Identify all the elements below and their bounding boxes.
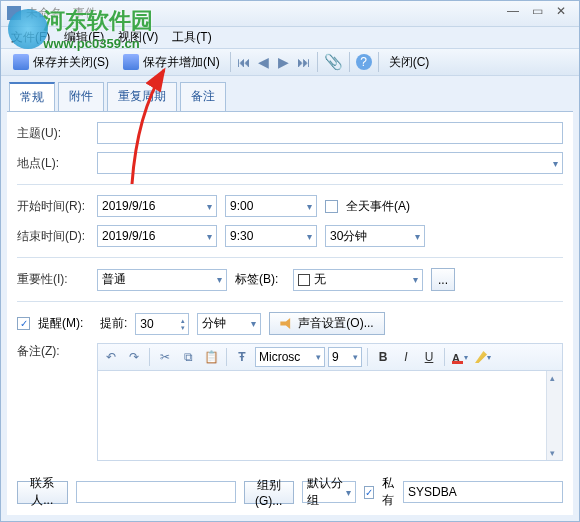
save-icon [123,54,139,70]
contact-button[interactable]: 联系人... [17,481,68,504]
window-title: 未命名 - 事件 [26,5,97,22]
importance-label: 重要性(I): [17,271,89,288]
minimize-button[interactable]: ― [501,4,525,22]
speaker-icon [280,317,294,331]
titlebar: 未命名 - 事件 ― ▭ ✕ [1,1,579,27]
importance-combo[interactable]: 普通 [97,269,227,291]
cut-icon[interactable]: ✂ [155,347,175,367]
font-size-combo[interactable]: 9 [328,347,362,367]
group-combo[interactable]: 默认分组 [302,481,356,503]
start-label: 开始时间(R): [17,198,89,215]
tag-label: 标签(B): [235,271,285,288]
allday-label: 全天事件(A) [346,198,410,215]
paste-icon[interactable]: 📋 [201,347,221,367]
italic-button[interactable]: I [396,347,416,367]
location-combo[interactable] [97,152,563,174]
close-window-button[interactable]: ✕ [549,4,573,22]
private-label: 私有 [382,475,395,509]
footer-row: 联系人... 组别(G)... 默认分组 ✓ 私有 [17,469,563,509]
tag-swatch-icon [298,274,310,286]
font-family-combo[interactable]: Microsc [255,347,325,367]
end-label: 结束时间(D): [17,228,89,245]
menu-view[interactable]: 视图(V) [118,29,158,46]
highlight-button[interactable]: ▾ [473,347,493,367]
tab-general[interactable]: 常规 [9,82,55,111]
copy-icon[interactable]: ⧉ [178,347,198,367]
tab-recurrence[interactable]: 重复周期 [107,82,177,111]
tab-notes[interactable]: 备注 [180,82,226,111]
subject-input[interactable] [97,122,563,144]
attachment-icon[interactable]: 📎 [324,53,343,71]
underline-button[interactable]: U [419,347,439,367]
redo-icon[interactable]: ↷ [124,347,144,367]
close-button[interactable]: 关闭(C) [385,52,434,73]
menu-file[interactable]: 文件(F) [11,29,50,46]
duration-combo[interactable]: 30分钟 [325,225,425,247]
start-time-picker[interactable]: 9:00 [225,195,317,217]
scrollbar-vertical[interactable] [546,371,562,460]
private-checkbox[interactable]: ✓ [364,486,374,499]
before-label: 提前: [100,315,127,332]
maximize-button[interactable]: ▭ [525,4,549,22]
tag-more-button[interactable]: ... [431,268,455,291]
app-icon [7,6,21,20]
bold-button[interactable]: B [373,347,393,367]
end-time-picker[interactable]: 9:30 [225,225,317,247]
end-date-picker[interactable]: 2019/9/16 [97,225,217,247]
save-add-button[interactable]: 保存并增加(N) [119,52,224,73]
font-color-button[interactable]: ▾ [450,347,470,367]
save-icon [13,54,29,70]
contact-input[interactable] [76,481,236,503]
content-panel: 主题(U): 地点(L): 开始时间(R): 2019/9/16 9:00 全天… [7,111,573,515]
help-icon[interactable]: ? [356,54,372,70]
tab-strip: 常规 附件 重复周期 备注 [1,76,579,111]
nav-first-icon[interactable]: ⏮ [237,54,251,70]
nav-next-icon[interactable]: ▶ [277,54,291,70]
menubar: 文件(F) 编辑(E) 视图(V) 工具(T) [1,27,579,49]
group-button[interactable]: 组别(G)... [244,481,294,504]
subject-label: 主题(U): [17,125,89,142]
tab-attachment[interactable]: 附件 [58,82,104,111]
remind-value-spinner[interactable]: 30 [135,313,189,335]
nav-prev-icon[interactable]: ◀ [257,54,271,70]
remind-checkbox[interactable]: ✓ [17,317,30,330]
allday-checkbox[interactable] [325,200,338,213]
start-date-picker[interactable]: 2019/9/16 [97,195,217,217]
location-label: 地点(L): [17,155,89,172]
remark-label: 备注(Z): [17,343,89,360]
undo-icon[interactable]: ↶ [101,347,121,367]
sound-settings-button[interactable]: 声音设置(O)... [269,312,384,335]
toolbar: 保存并关闭(S) 保存并增加(N) ⏮ ◀ ▶ ⏭ 📎 ? 关闭(C) [1,48,579,76]
menu-edit[interactable]: 编辑(E) [64,29,104,46]
save-close-button[interactable]: 保存并关闭(S) [9,52,113,73]
remind-unit-combo[interactable]: 分钟 [197,313,261,335]
remind-label: 提醒(M): [38,315,92,332]
tag-combo[interactable]: 无 [293,269,423,291]
remark-editor[interactable] [97,371,563,461]
nav-last-icon[interactable]: ⏭ [297,54,311,70]
menu-tool[interactable]: 工具(T) [172,29,211,46]
owner-field[interactable] [403,481,563,503]
font-tool-icon[interactable]: Ŧ [232,347,252,367]
editor-toolbar: ↶ ↷ ✂ ⧉ 📋 Ŧ Microsc 9 B I U ▾ ▾ [97,343,563,371]
